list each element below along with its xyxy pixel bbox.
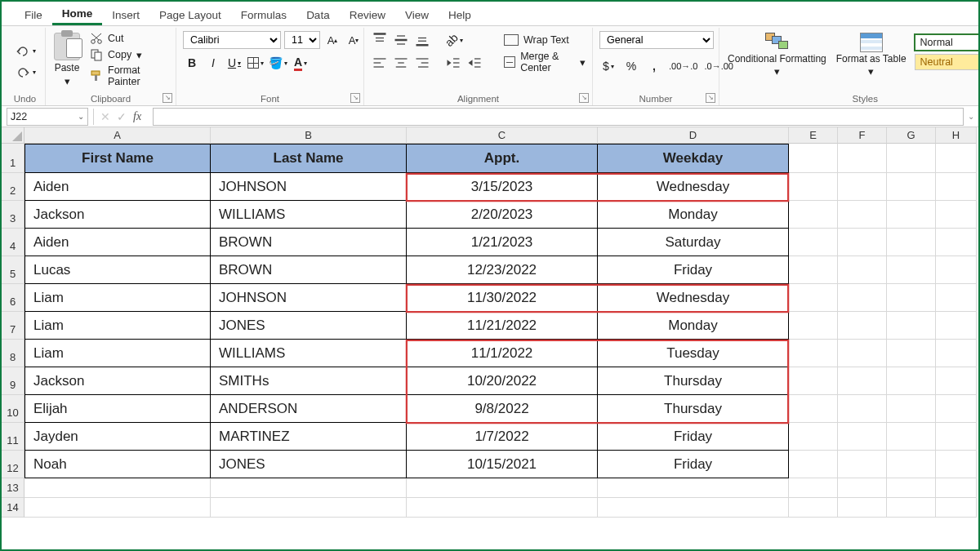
align-right-button[interactable] [413, 54, 431, 72]
cell[interactable] [838, 144, 887, 173]
tab-formulas[interactable]: Formulas [231, 4, 296, 25]
table-cell[interactable]: 1/7/2022 [407, 423, 598, 451]
table-cell[interactable]: Liam [24, 284, 211, 312]
cell[interactable] [936, 367, 977, 395]
table-cell[interactable]: Tuesday [598, 340, 789, 367]
fill-color-button[interactable]: 🪣▾ [268, 54, 288, 72]
row-header-10[interactable]: 10 [2, 395, 24, 423]
cell[interactable] [789, 144, 838, 173]
table-cell[interactable]: Jackson [24, 367, 211, 395]
increase-decimal-button[interactable]: .00→.0 [668, 57, 698, 75]
tab-view[interactable]: View [395, 4, 439, 25]
table-cell[interactable]: 11/21/2022 [407, 312, 598, 340]
table-cell[interactable]: MARTINEZ [211, 423, 407, 451]
cell[interactable] [789, 229, 838, 256]
table-cell[interactable]: Aiden [24, 173, 211, 201]
cell[interactable] [598, 478, 789, 498]
cell[interactable] [838, 173, 887, 201]
cell[interactable] [789, 284, 838, 312]
row-header-8[interactable]: 8 [2, 340, 24, 367]
row-header-9[interactable]: 9 [2, 367, 24, 395]
cancel-formula-icon[interactable]: ✕ [100, 110, 110, 123]
cell[interactable] [887, 340, 936, 367]
column-header-A[interactable]: A [24, 127, 211, 144]
wrap-text-button[interactable]: Wrap Text [504, 34, 586, 46]
table-cell[interactable]: JONES [211, 451, 407, 478]
cell[interactable] [936, 201, 977, 229]
cell[interactable] [789, 498, 838, 518]
table-cell[interactable]: Wednesday [598, 173, 789, 201]
cell[interactable] [838, 229, 887, 256]
font-name-select[interactable]: Calibri [183, 31, 281, 49]
table-cell[interactable]: 3/15/2023 [407, 173, 598, 201]
table-cell[interactable]: Lucas [24, 256, 211, 284]
cell[interactable] [887, 229, 936, 256]
table-cell[interactable]: Saturday [598, 229, 789, 256]
row-header-13[interactable]: 13 [2, 478, 24, 498]
table-cell[interactable]: 1/21/2023 [407, 229, 598, 256]
tab-file[interactable]: File [15, 4, 52, 25]
cell[interactable] [789, 256, 838, 284]
align-center-button[interactable] [392, 54, 410, 72]
cell[interactable] [789, 312, 838, 340]
cell-style-neutral[interactable]: Neutral [915, 54, 978, 70]
table-cell[interactable]: 9/8/2022 [407, 395, 598, 423]
cell[interactable] [407, 478, 598, 498]
cut-button[interactable]: Cut [88, 31, 169, 46]
cell[interactable] [211, 478, 407, 498]
enter-formula-icon[interactable]: ✓ [117, 110, 127, 123]
cell[interactable] [838, 451, 887, 478]
row-header-7[interactable]: 7 [2, 312, 24, 340]
row-header-2[interactable]: 2 [2, 173, 24, 201]
copy-button[interactable]: Copy ▾ [88, 47, 169, 62]
align-top-button[interactable] [371, 31, 389, 49]
cell[interactable] [598, 498, 789, 518]
table-cell[interactable]: 11/1/2022 [407, 340, 598, 367]
cell[interactable] [838, 284, 887, 312]
undo-button[interactable]: ▾ [14, 42, 37, 60]
tab-insert[interactable]: Insert [102, 4, 149, 25]
column-header-H[interactable]: H [936, 127, 977, 144]
column-header-E[interactable]: E [789, 127, 838, 144]
tab-data[interactable]: Data [296, 4, 340, 25]
table-cell[interactable]: 10/15/2021 [407, 451, 598, 478]
cell[interactable] [789, 395, 838, 423]
formula-input[interactable] [153, 108, 964, 126]
conditional-formatting-button[interactable]: Conditional Formatting ▾ [726, 31, 828, 79]
cell[interactable] [838, 498, 887, 518]
cell[interactable] [838, 256, 887, 284]
row-header-6[interactable]: 6 [2, 284, 24, 312]
table-cell[interactable]: Elijah [24, 395, 211, 423]
cell[interactable] [838, 423, 887, 451]
increase-indent-button[interactable] [466, 54, 483, 72]
fx-icon[interactable]: fx [133, 110, 146, 123]
column-header-C[interactable]: C [407, 127, 598, 144]
cell[interactable] [211, 498, 407, 518]
decrease-indent-button[interactable] [444, 54, 462, 72]
bold-button[interactable]: B [183, 54, 201, 72]
dialog-launcher-icon[interactable]: ↘ [350, 93, 360, 103]
cell[interactable] [838, 395, 887, 423]
table-cell[interactable]: JOHNSON [211, 284, 407, 312]
table-cell[interactable]: Wednesday [598, 284, 789, 312]
cell[interactable] [789, 201, 838, 229]
cell[interactable] [789, 340, 838, 367]
table-cell[interactable]: Friday [598, 451, 789, 478]
cell[interactable] [789, 451, 838, 478]
cell[interactable] [838, 478, 887, 498]
italic-button[interactable]: I [204, 54, 222, 72]
table-cell[interactable]: BROWN [211, 256, 407, 284]
column-header-D[interactable]: D [598, 127, 789, 144]
cell[interactable] [936, 478, 977, 498]
table-cell[interactable]: Friday [598, 423, 789, 451]
name-box[interactable]: J22 ⌄ [7, 108, 88, 126]
table-cell[interactable]: Monday [598, 312, 789, 340]
row-header-3[interactable]: 3 [2, 201, 24, 229]
font-color-button[interactable]: A▾ [292, 54, 310, 72]
cell[interactable] [789, 367, 838, 395]
row-header-5[interactable]: 5 [2, 256, 24, 284]
font-size-select[interactable]: 11 [284, 31, 320, 49]
format-as-table-button[interactable]: Format as Table ▾ [835, 31, 908, 79]
row-header-1[interactable]: 1 [2, 144, 24, 173]
align-left-button[interactable] [371, 54, 389, 72]
